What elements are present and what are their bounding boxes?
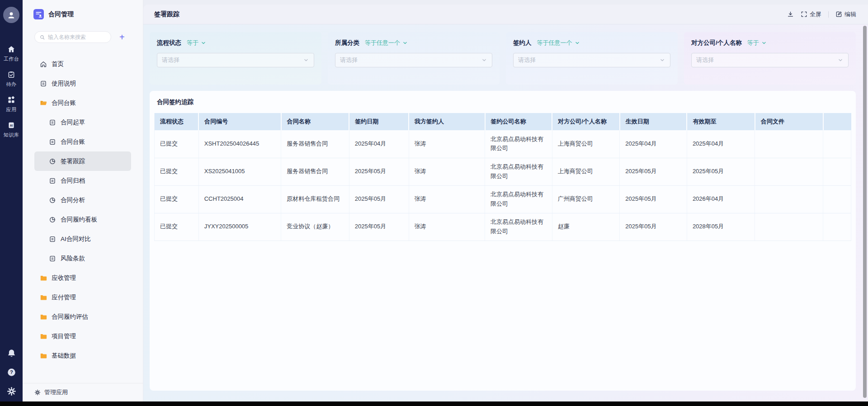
column-header: 流程状态	[155, 113, 199, 130]
toolbar: 全屏 编辑	[787, 10, 856, 19]
sidebar-item-label: 使用说明	[52, 80, 76, 88]
fullscreen-icon	[801, 11, 807, 18]
rail-bottom: ?	[0, 349, 23, 396]
filter-operator-dropdown[interactable]: 等于	[747, 39, 767, 47]
select-placeholder: 请选择	[696, 56, 837, 64]
sidebar-item-ai-compare[interactable]: AI合同对比	[34, 229, 131, 249]
filter-select-signer[interactable]: 请选择	[513, 53, 670, 67]
filter-select-category[interactable]: 请选择	[335, 53, 492, 67]
table-row[interactable]: 已提交JYXY202500005竞业协议（赵廉）2025年05月张涛北京易点易动…	[155, 213, 851, 241]
column-header: 生效日期	[620, 113, 687, 130]
filter-label: 签约人	[513, 39, 532, 47]
sidebar-item-sign-tracking[interactable]: 签署跟踪	[34, 151, 131, 171]
rail-item-knowledge[interactable]: AI知识库	[0, 121, 23, 138]
table-cell: 原材料仓库租赁合同	[281, 185, 349, 213]
sidebar-item-guide[interactable]: 使用说明	[34, 74, 131, 93]
sidebar-item-base-data[interactable]: 基础数据	[34, 346, 131, 365]
table-cell: 北京易点易动科技有限公司	[485, 130, 552, 158]
topbar: 签署跟踪 全屏 编辑	[143, 5, 868, 24]
sidebar-item-project[interactable]: 项目管理	[34, 326, 131, 346]
table-title: 合同签约追踪	[157, 98, 849, 106]
filter-operator-dropdown[interactable]: 等于任意一个	[365, 39, 408, 47]
doc-icon	[49, 138, 56, 146]
sidebar-item-contract-ledger[interactable]: 合同台账	[34, 132, 131, 151]
filter-card-head: 对方公司/个人名称等于	[691, 39, 849, 47]
table-cell: 已提交	[155, 213, 199, 241]
select-placeholder: 请选择	[162, 56, 303, 64]
pie-icon	[49, 158, 56, 165]
doc-icon	[49, 119, 56, 126]
filter-select-process-status[interactable]: 请选择	[157, 53, 314, 67]
filter-row: 流程状态等于请选择所属分类等于任意一个请选择签约人等于任意一个请选择对方公司/个…	[150, 32, 856, 85]
fullscreen-label: 全屏	[810, 10, 821, 19]
filter-select-counterparty[interactable]: 请选择	[691, 53, 849, 67]
sidebar-item-label: AI合同对比	[61, 235, 91, 243]
table-row[interactable]: 已提交XS2025041005服务器销售合同2025年05月张涛北京易点易动科技…	[155, 158, 851, 185]
table-cell	[823, 158, 851, 185]
toolbar-divider	[828, 11, 829, 18]
home-filled-icon	[7, 45, 15, 53]
table-cell: 上海商贸公司	[552, 158, 620, 185]
help-icon[interactable]: ?	[7, 368, 16, 377]
sidebar-item-payable[interactable]: 应付管理	[34, 288, 131, 307]
add-button[interactable]: +	[119, 33, 125, 42]
sidebar-item-label: 风险条款	[61, 255, 85, 263]
main-area: 签署跟踪 全屏 编辑 流程状态等于请选择所属分类等于任意一个请选择签约人等于任意…	[143, 0, 868, 401]
grid-icon	[7, 96, 15, 104]
sidebar-item-contract-ledger-folder[interactable]: 合同台账	[34, 93, 131, 113]
table-cell	[823, 185, 851, 213]
pie-icon	[49, 197, 56, 204]
sidebar-item-performance-eval[interactable]: 合同履约评估	[34, 307, 131, 326]
table-cell: CCHT2025004	[198, 185, 281, 213]
table-cell: 北京易点易动科技有限公司	[485, 158, 552, 185]
search-input[interactable]	[48, 34, 98, 40]
sidebar-item-risk-clauses[interactable]: 风险条款	[34, 249, 131, 268]
sidebar-item-label: 合同归档	[61, 177, 85, 185]
rail-item-label: 待办	[6, 81, 17, 88]
table-cell: 赵廉	[552, 213, 620, 241]
sidebar-item-contract-archive[interactable]: 合同归档	[34, 171, 131, 190]
rail-item-todo[interactable]: 待办	[0, 71, 23, 88]
edit-button[interactable]: 编辑	[835, 10, 856, 19]
notifications-bell-icon[interactable]	[7, 349, 16, 358]
sidebar-item-label: 基础数据	[52, 352, 76, 360]
sidebar-item-label: 项目管理	[52, 332, 76, 340]
download-button[interactable]	[787, 11, 794, 18]
filter-operator-dropdown[interactable]: 等于任意一个	[537, 39, 580, 47]
avatar[interactable]	[3, 7, 19, 23]
column-header: 有效期至	[687, 113, 755, 130]
sidebar-item-contract-draft[interactable]: 合同起草	[34, 113, 131, 132]
filter-operator-label: 等于任意一个	[365, 39, 400, 47]
ai-book-icon: AI	[7, 121, 15, 129]
rail-item-workbench[interactable]: 工作台	[0, 45, 23, 62]
filter-label: 对方公司/个人名称	[691, 39, 742, 47]
table-cell: 已提交	[155, 130, 199, 158]
table-row[interactable]: 已提交CCHT2025004原材料仓库租赁合同2025年05月张涛北京易点易动科…	[155, 185, 851, 213]
filter-label: 流程状态	[157, 39, 181, 47]
sidebar-item-contract-analysis[interactable]: 合同分析	[34, 190, 131, 210]
sidebar-item-receivable[interactable]: 应收管理	[34, 268, 131, 288]
sidebar-item-label: 合同台账	[52, 99, 76, 107]
vertical-scrollbar[interactable]	[863, 26, 867, 398]
search-icon	[39, 34, 45, 40]
sidebar-search-box[interactable]	[34, 31, 111, 43]
filter-operator-dropdown[interactable]: 等于	[187, 39, 207, 47]
table-row[interactable]: 已提交XSHT202504026445服务器销售合同2025年04月张涛北京易点…	[155, 130, 851, 158]
manage-apps-button[interactable]: 管理应用	[23, 383, 143, 401]
filter-card-head: 所属分类等于任意一个	[335, 39, 492, 47]
sidebar-item-home[interactable]: 首页	[34, 54, 131, 74]
sidebar-item-performance-board[interactable]: 合同履约看板	[34, 210, 131, 229]
rail-item-apps[interactable]: 应用	[0, 96, 23, 113]
fullscreen-button[interactable]: 全屏	[801, 10, 821, 19]
table-cell: 2026年04月	[687, 185, 755, 213]
folder-icon	[40, 313, 47, 321]
table-cell: JYXY202500005	[198, 213, 281, 241]
table-cell	[755, 213, 823, 241]
column-header: 签约日期	[349, 113, 409, 130]
sidebar-item-label: 合同履约评估	[52, 313, 88, 321]
sidebar-menu: 首页使用说明合同台账合同起草合同台账签署跟踪合同归档合同分析合同履约看板AI合同…	[23, 54, 143, 383]
settings-gear-icon[interactable]	[7, 387, 16, 396]
edit-pencil-icon	[835, 11, 842, 18]
folder-icon	[40, 294, 47, 301]
column-header: 合同文件	[755, 113, 823, 130]
